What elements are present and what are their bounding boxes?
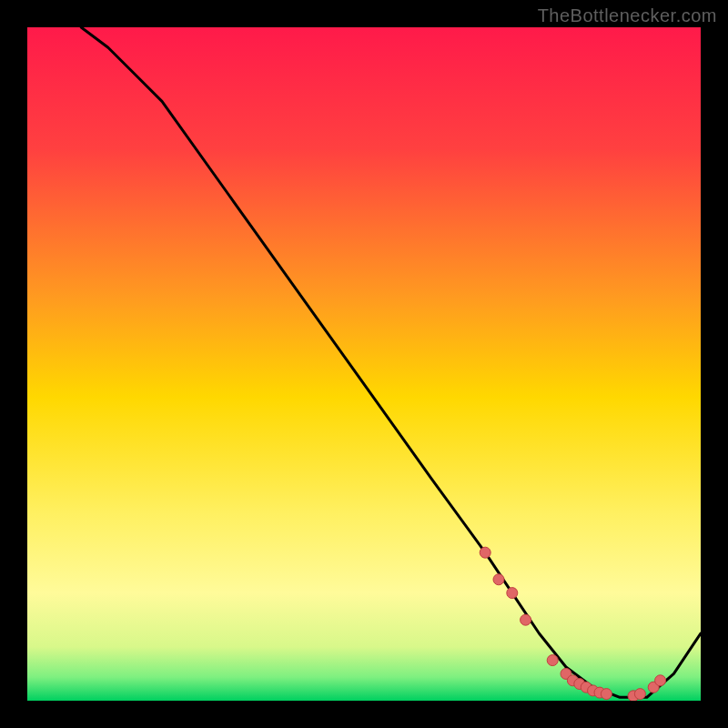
data-marker: [493, 574, 504, 585]
chart-frame: TheBottlenecker.com: [0, 0, 728, 728]
data-marker: [547, 655, 558, 666]
watermark-text: TheBottlenecker.com: [538, 5, 717, 26]
data-marker: [521, 614, 531, 625]
data-marker: [507, 588, 518, 599]
chart-svg: [27, 27, 701, 701]
gradient-background: [27, 27, 701, 701]
data-marker: [655, 675, 666, 686]
data-marker: [480, 547, 490, 558]
chart-plot-area: [27, 27, 701, 701]
data-marker: [634, 689, 645, 700]
data-marker: [601, 689, 612, 700]
